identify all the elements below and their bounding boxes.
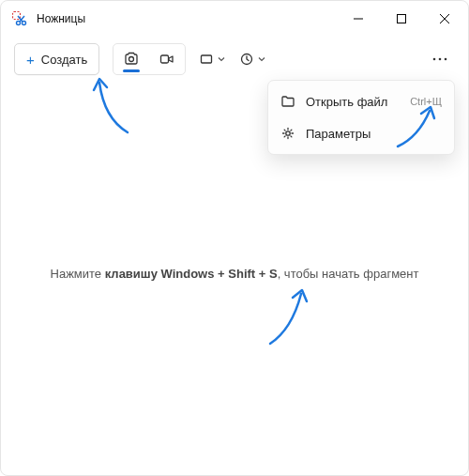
svg-rect-3 [398, 15, 406, 23]
svg-point-10 [445, 58, 447, 61]
maximize-button[interactable] [380, 4, 423, 34]
rectangle-icon [199, 52, 214, 67]
menu-open-file-shortcut: Ctrl+Щ [410, 96, 442, 107]
delay-dropdown[interactable] [239, 43, 266, 75]
shape-dropdown[interactable] [199, 43, 226, 75]
svg-rect-6 [202, 55, 212, 63]
photo-mode-button[interactable] [113, 44, 149, 74]
folder-icon [280, 94, 295, 109]
svg-point-9 [439, 58, 442, 61]
video-icon [159, 51, 175, 68]
more-button[interactable] [425, 44, 455, 74]
titlebar: Ножницы [1, 1, 468, 37]
plus-icon: + [26, 53, 35, 67]
capture-mode-group [113, 43, 186, 75]
app-window: Ножницы + Создать [0, 0, 469, 476]
menu-settings-label: Параметры [306, 127, 371, 141]
svg-point-1 [17, 22, 21, 25]
create-label: Создать [41, 53, 87, 67]
close-button[interactable] [423, 4, 466, 34]
chevron-down-icon [217, 54, 226, 64]
shortcut-hint: Нажмите клавишу Windows + Shift + S, что… [1, 267, 468, 281]
window-title: Ножницы [37, 12, 85, 25]
clock-icon [239, 52, 254, 67]
gear-icon [280, 126, 295, 141]
menu-open-file-label: Открыть файл [306, 95, 387, 109]
hint-shortcut: клавишу Windows + Shift + S [105, 267, 278, 281]
hint-prefix: Нажмите [51, 267, 105, 281]
window-controls [337, 4, 466, 34]
hint-suffix: , чтобы начать фрагмент [278, 267, 419, 281]
toolbar: + Создать [1, 37, 468, 82]
more-icon [432, 57, 447, 61]
menu-settings[interactable]: Параметры [273, 117, 449, 149]
svg-rect-5 [161, 55, 169, 63]
video-mode-button[interactable] [149, 44, 185, 74]
more-menu: Открыть файл Ctrl+Щ Параметры [267, 80, 455, 155]
camera-icon [123, 51, 140, 68]
chevron-down-icon [257, 54, 266, 64]
menu-open-file[interactable]: Открыть файл Ctrl+Щ [273, 85, 449, 117]
svg-point-11 [286, 131, 290, 135]
svg-point-8 [433, 58, 436, 61]
minimize-button[interactable] [337, 4, 380, 34]
svg-point-4 [129, 57, 134, 62]
svg-point-2 [23, 22, 26, 25]
create-button[interactable]: + Создать [14, 43, 99, 75]
snip-app-icon [12, 11, 27, 26]
